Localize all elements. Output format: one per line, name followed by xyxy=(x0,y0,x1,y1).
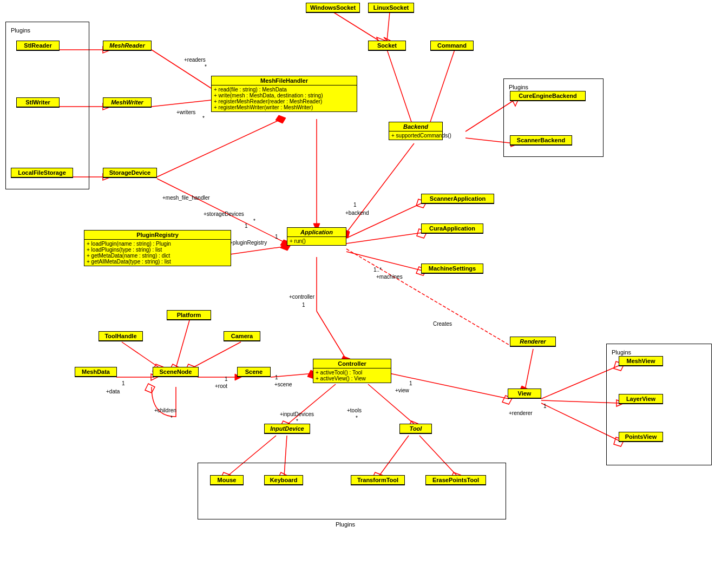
LocalFileStorage-title: LocalFileStorage xyxy=(11,168,73,177)
Controller-title: Controller xyxy=(313,359,391,368)
writers-mult: * xyxy=(202,115,205,121)
StlWriter-box: StlWriter xyxy=(16,97,60,108)
LinuxSocket-box: LinuxSocket xyxy=(368,3,414,13)
Platform-box: Platform xyxy=(167,310,211,320)
Scene-title: Scene xyxy=(238,367,270,377)
svg-line-13 xyxy=(430,50,455,122)
LocalFileStorage-box: LocalFileStorage xyxy=(11,168,73,178)
svg-line-35 xyxy=(317,311,346,360)
svg-line-61 xyxy=(287,384,336,425)
plugins-label-right-top: Plugins xyxy=(509,84,528,90)
Keyboard-title: Keyboard xyxy=(265,476,303,485)
Command-box: Command xyxy=(430,41,474,51)
storage-mult: * xyxy=(253,218,255,224)
View-box: View xyxy=(508,389,541,399)
plugin-registry-label: +pluginRegistry xyxy=(229,240,267,246)
PluginRegistry-body: + loadPlugin(name : string) : Plugin + l… xyxy=(84,240,231,266)
StorageDevice-box: StorageDevice xyxy=(103,168,157,178)
MeshWriter-title: MeshWriter xyxy=(103,98,151,107)
svg-line-12 xyxy=(387,50,411,122)
ToolHandle-box: ToolHandle xyxy=(99,331,143,341)
MeshData-box: MeshData xyxy=(75,367,117,377)
svg-marker-19 xyxy=(276,115,286,123)
svg-line-28 xyxy=(346,203,422,238)
Camera-title: Camera xyxy=(224,332,260,341)
svg-line-26 xyxy=(230,246,287,254)
view-1: 1 xyxy=(409,380,412,386)
readers-mult: * xyxy=(205,64,207,70)
PluginRegistry-title: PluginRegistry xyxy=(84,231,231,240)
svg-line-6 xyxy=(152,50,211,88)
ErasePointsTool-title: ErasePointsTool xyxy=(426,476,486,485)
backend-label: +backend xyxy=(345,210,369,216)
PointsView-title: PointsView xyxy=(619,432,663,442)
svg-line-8 xyxy=(333,12,379,41)
SceneNode-title: SceneNode xyxy=(153,367,198,377)
svg-line-38 xyxy=(176,320,189,368)
mesh-file-handler-label: +mesh_file_handler xyxy=(162,195,210,201)
Scene-box: Scene xyxy=(237,367,271,377)
Application-box: Application + run() xyxy=(287,227,346,246)
MeshFileHandler-title: MeshFileHandler xyxy=(212,76,357,85)
svg-line-30 xyxy=(346,233,422,243)
svg-line-10 xyxy=(387,12,390,41)
tools-label: +tools xyxy=(347,407,362,413)
PluginRegistry-box: PluginRegistry + loadPlugin(name : strin… xyxy=(84,230,231,266)
WindowsSocket-box: WindowsSocket xyxy=(306,3,360,13)
Mouse-box: Mouse xyxy=(210,475,244,485)
root-label: +root xyxy=(215,383,227,389)
controller-label: +controller xyxy=(289,294,314,300)
view-label: +view xyxy=(395,387,409,393)
StorageDevice-title: StorageDevice xyxy=(103,168,156,177)
View-title: View xyxy=(508,389,541,398)
Renderer-box: Renderer xyxy=(510,337,556,347)
svg-line-53 xyxy=(525,349,533,390)
LinuxSocket-title: LinuxSocket xyxy=(369,3,414,12)
children-mult: * xyxy=(170,415,173,421)
ScannerBackend-box: ScannerBackend xyxy=(510,135,572,146)
MeshView-box: MeshView xyxy=(619,356,663,366)
MeshFileHandler-body: + read(file : string) : MeshData + write… xyxy=(212,85,357,111)
plugins-label-bottom: Plugins xyxy=(336,521,355,528)
storage-1: 1 xyxy=(245,223,248,229)
MeshView-title: MeshView xyxy=(619,357,663,366)
svg-line-24 xyxy=(346,143,414,233)
Backend-title: Backend xyxy=(389,122,442,131)
plugin-registry-1: 1 xyxy=(275,234,278,240)
Mouse-title: Mouse xyxy=(211,476,243,485)
Controller-box: Controller + activeTool() : Tool + activ… xyxy=(313,359,391,383)
MeshReader-box: MeshReader xyxy=(103,41,152,51)
machines-label: +machines xyxy=(376,274,403,280)
StlWriter-title: StlWriter xyxy=(17,98,59,107)
Socket-title: Socket xyxy=(369,41,405,50)
creates-label: Creates xyxy=(433,321,452,327)
Camera-box: Camera xyxy=(224,331,260,341)
StlReader-title: StlReader xyxy=(17,41,59,50)
children-label: +children xyxy=(154,407,176,413)
scene-1: 1 xyxy=(275,374,278,380)
readers-label: +readers xyxy=(184,57,206,63)
svg-line-42 xyxy=(192,342,241,368)
scene-label: +scene xyxy=(274,381,292,387)
machines-mult: 1..* xyxy=(373,267,382,273)
Tool-title: Tool xyxy=(400,424,431,433)
svg-line-32 xyxy=(346,252,422,271)
Platform-title: Platform xyxy=(167,311,211,320)
plugins-box-bottom xyxy=(198,463,506,519)
writers-label: +writers xyxy=(176,109,195,115)
ToolHandle-title: ToolHandle xyxy=(99,332,142,341)
Keyboard-box: Keyboard xyxy=(264,475,303,485)
svg-marker-46 xyxy=(145,384,155,393)
MeshData-title: MeshData xyxy=(75,367,116,377)
SceneNode-box: SceneNode xyxy=(153,367,199,377)
MeshWriter-box: MeshWriter xyxy=(103,97,152,108)
Application-body: + run() xyxy=(287,237,346,245)
svg-line-51 xyxy=(390,373,509,399)
data-1: 1 xyxy=(122,380,125,386)
svg-line-40 xyxy=(122,342,160,368)
TransformTool-title: TransformTool xyxy=(351,476,404,485)
InputDevice-box: InputDevice xyxy=(264,424,310,434)
Command-title: Command xyxy=(431,41,473,50)
LayerView-title: LayerView xyxy=(619,394,663,404)
ErasePointsTool-box: ErasePointsTool xyxy=(425,475,486,485)
